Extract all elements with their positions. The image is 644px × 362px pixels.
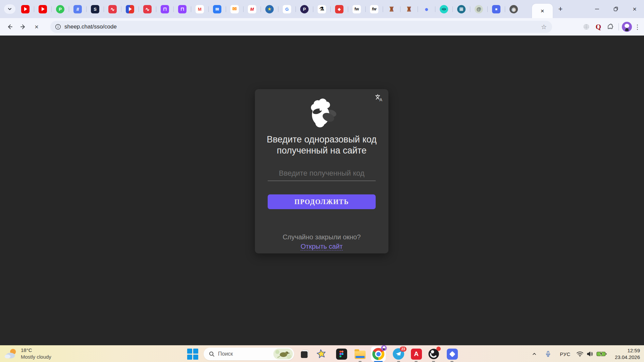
mail-orange-icon: ✉ [230, 5, 239, 13]
continue-button[interactable]: ПРОДОЛЖИТЬ [268, 194, 376, 209]
telegram-button[interactable]: 23 [392, 348, 405, 360]
tab-close-icon[interactable]: × [540, 8, 544, 14]
site-info-icon[interactable] [55, 24, 61, 30]
tab-favicon-metro-m[interactable]: M [244, 0, 261, 18]
volume-tray-button[interactable] [584, 346, 596, 362]
file-explorer-button[interactable] [354, 348, 366, 360]
search-highlight-image[interactable] [273, 349, 293, 359]
window-controls: × [588, 0, 644, 18]
q-extension-button[interactable]: Q [592, 21, 604, 33]
tab-favicon-youtube[interactable] [17, 0, 34, 18]
tab-favicon-pixel-sprite-2[interactable]: ♜ [400, 0, 418, 18]
tab-favicon-red-chart[interactable]: ∿ [104, 0, 121, 18]
code-input[interactable] [268, 166, 376, 181]
star-app-button[interactable] [315, 348, 327, 360]
blue-app-icon [447, 349, 458, 360]
tab-favicon-fw-2[interactable]: fw [366, 0, 383, 18]
tab-favicon-translate[interactable]: G [278, 0, 296, 18]
tray-chevron-button[interactable] [529, 346, 540, 362]
bookmark-star-icon[interactable]: ☆ [541, 23, 547, 31]
tab-search-button[interactable] [4, 4, 15, 14]
tab-favicon-pixel-sprite[interactable]: ♜ [383, 0, 400, 18]
figma-icon [336, 349, 347, 360]
extensions-area: Q ⋮ [580, 18, 644, 36]
start-button[interactable] [186, 348, 199, 360]
tab-favicon-blue-diamond-app[interactable]: ■ [488, 0, 505, 18]
tab-favicon-twitch-2[interactable]: ⊓ [174, 0, 191, 18]
tab-favicon-green-messenger[interactable]: Р [52, 0, 69, 18]
url-text[interactable]: sheep.chat/sso/code [64, 23, 541, 30]
mail-blue-icon: ✉ [213, 5, 221, 13]
language-indicator[interactable]: РУС [558, 346, 573, 362]
svg-text:A: A [380, 98, 382, 102]
weather-widget[interactable]: 18°C Mostly cloudy [4, 347, 51, 360]
globe-extension-button[interactable] [580, 21, 592, 33]
tab-favicon-globe-sport[interactable]: ★ [261, 0, 278, 18]
open-site-link[interactable]: Открыть сайт [301, 243, 343, 250]
chevron-down-icon [7, 7, 12, 11]
tab-favicon-p-dark[interactable]: P [296, 0, 313, 18]
maximize-button[interactable] [606, 0, 625, 18]
globe-icon [583, 23, 590, 31]
tab-favicon-youtube-2[interactable] [34, 0, 51, 18]
tab-favicon-flask[interactable]: ⚗ [313, 0, 330, 18]
tab-favicon-mail-blue[interactable]: ✉ [209, 0, 226, 18]
task-view-button[interactable] [299, 348, 311, 360]
close-window-button[interactable]: × [625, 0, 644, 18]
red-chart-2-icon: ∿ [143, 5, 152, 13]
close-icon: × [633, 5, 637, 13]
active-tab[interactable]: × [532, 4, 553, 18]
tab-favicon-mail-orange[interactable]: ✉ [226, 0, 243, 18]
tab-favicon-blue-slashes[interactable]: II [69, 0, 86, 18]
taskbar-search[interactable]: Поиск [204, 348, 294, 360]
translate-icon: A [375, 94, 383, 102]
forward-button[interactable] [17, 21, 29, 33]
q-extension-icon: Q [596, 23, 601, 31]
tab-favicon-play-blue-red[interactable] [121, 0, 139, 18]
translate-button[interactable]: A [374, 93, 384, 103]
blue-app-button[interactable] [446, 348, 458, 360]
stop-loading-button[interactable]: × [31, 21, 42, 33]
tab-favicon-twitch[interactable]: ⊓ [156, 0, 173, 18]
tab-favicon-olx[interactable]: o|x [435, 0, 452, 18]
stop-icon: × [35, 23, 39, 30]
obs-button[interactable] [428, 348, 440, 360]
tab-favicon-gamepad[interactable]: ⊞ [453, 0, 470, 18]
chrome-button[interactable] [371, 347, 386, 361]
battery-charging-icon [596, 351, 607, 357]
blue-diamond-app-icon: ■ [492, 5, 500, 13]
tab-favicon-chrome-gray[interactable]: ◉ [505, 0, 522, 18]
tab-favicon-s-app[interactable]: S [87, 0, 104, 18]
tab-favicon-fw[interactable]: fw [348, 0, 365, 18]
back-button[interactable] [4, 21, 15, 33]
tab-favicon-whale[interactable]: ● [418, 0, 435, 18]
browser-toolbar: × sheep.chat/sso/code ☆ Q ⋮ [0, 18, 644, 36]
new-tab-button[interactable]: + [556, 4, 565, 14]
tab-favicon-spiral[interactable]: @ [470, 0, 487, 18]
obs-icon [428, 348, 439, 360]
acrobat-button[interactable]: A [410, 348, 422, 360]
windows-logo-icon [187, 349, 198, 360]
battery-tray-button[interactable] [595, 346, 608, 362]
tab-favicon-red-spark[interactable]: ◆ [331, 0, 348, 18]
minimize-button[interactable] [588, 0, 606, 18]
language-label: РУС [560, 351, 571, 357]
figma-button[interactable] [335, 348, 347, 360]
microphone-tray-button[interactable] [542, 346, 554, 362]
search-placeholder: Поиск [218, 351, 273, 357]
browser-menu-button[interactable]: ⋮ [634, 23, 641, 31]
puzzle-icon [607, 23, 614, 30]
extensions-button[interactable] [604, 21, 616, 33]
clock-widget[interactable]: 12:59 23.04.2026 [615, 347, 640, 361]
gmail-icon: M [196, 5, 204, 13]
tab-favicon-gmail[interactable]: M [191, 0, 208, 18]
tab-favicon-red-chart-2[interactable]: ∿ [139, 0, 156, 18]
address-bar[interactable]: sheep.chat/sso/code ☆ [50, 21, 552, 33]
globe-sport-icon: ★ [265, 5, 274, 13]
page-content: A Введите одноразовый код полученный на … [0, 36, 644, 345]
wifi-tray-button[interactable] [574, 346, 586, 362]
profile-button[interactable] [621, 21, 633, 33]
modal-title: Введите одноразовый код полученный на са… [265, 134, 379, 156]
microphone-icon [545, 350, 551, 358]
screen: РIIS∿∿⊓⊓M✉✉M★GP⚗◆fwfw♜♜●o|x⊞@■◉ × + × × [0, 0, 644, 362]
